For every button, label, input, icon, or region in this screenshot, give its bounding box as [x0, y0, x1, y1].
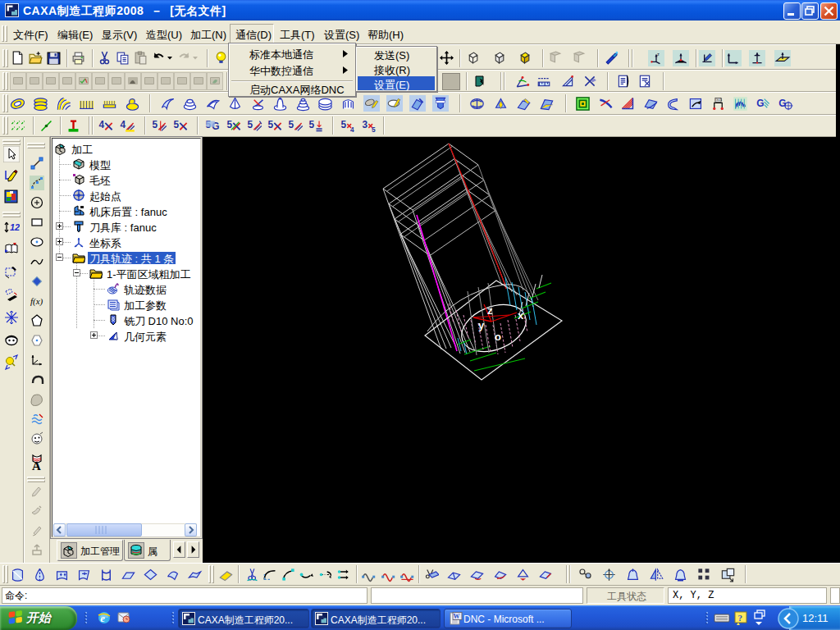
svg-text:y: y	[478, 319, 485, 331]
svg-text:3: 3	[363, 119, 368, 130]
svg-text:4: 4	[350, 126, 354, 134]
svg-text:A: A	[32, 459, 41, 472]
svg-text:G01: G01	[715, 98, 723, 102]
svg-text:5: 5	[248, 119, 253, 130]
svg-text:5: 5	[227, 119, 233, 130]
svg-text:W: W	[454, 613, 460, 620]
svg-text:x: x	[518, 309, 524, 322]
svg-text:5: 5	[309, 119, 315, 130]
svg-text:f(x): f(x)	[30, 296, 43, 307]
svg-text:5: 5	[174, 119, 180, 130]
svg-text:5: 5	[341, 119, 347, 130]
svg-text:5: 5	[268, 119, 274, 130]
svg-text:o: o	[495, 331, 501, 343]
svg-text:G: G	[756, 98, 764, 109]
svg-text:4: 4	[99, 119, 105, 130]
svg-text:z: z	[487, 304, 493, 317]
svg-text:4: 4	[121, 119, 126, 130]
svg-text:5: 5	[153, 119, 158, 130]
svg-text:z: z	[657, 52, 660, 57]
svg-text:5: 5	[372, 126, 376, 134]
svg-text:5: 5	[289, 119, 294, 130]
svg-text:12: 12	[10, 222, 20, 232]
svg-text:?: ?	[738, 613, 743, 623]
